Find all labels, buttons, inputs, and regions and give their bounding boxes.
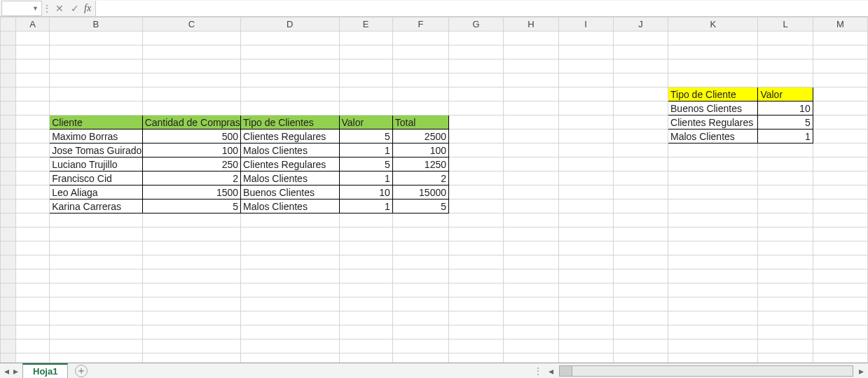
cell-G7[interactable] <box>449 115 504 130</box>
cell-C23[interactable] <box>142 340 240 354</box>
cell-M3[interactable] <box>813 59 867 74</box>
cell-A23[interactable] <box>16 340 50 354</box>
cell-D1[interactable] <box>241 31 339 46</box>
cell-E11[interactable]: 1 <box>339 172 392 186</box>
cell-K3[interactable] <box>668 59 758 74</box>
cell-L18[interactable] <box>758 270 813 284</box>
column-header-B[interactable]: B <box>50 18 142 31</box>
cell-F15[interactable] <box>392 227 448 241</box>
cell-L7[interactable]: 5 <box>758 115 813 130</box>
cell-H5[interactable] <box>504 88 558 102</box>
row-header-2[interactable] <box>1 46 16 59</box>
row-header-7[interactable] <box>1 115 16 130</box>
horizontal-scrollbar[interactable] <box>559 365 853 377</box>
column-header-L[interactable]: L <box>758 18 813 31</box>
column-header-H[interactable]: H <box>504 18 558 31</box>
cell-M4[interactable] <box>813 74 867 88</box>
cell-B16[interactable] <box>50 241 142 255</box>
cell-D16[interactable] <box>241 241 339 255</box>
cell-K19[interactable] <box>668 284 758 298</box>
cell-F10[interactable]: 1250 <box>392 158 448 172</box>
cell-M8[interactable] <box>813 130 867 144</box>
cell-M18[interactable] <box>813 270 867 284</box>
cell-E17[interactable] <box>339 255 392 270</box>
cell-A16[interactable] <box>16 241 50 255</box>
cell-K14[interactable] <box>668 214 758 227</box>
cell-M21[interactable] <box>813 312 867 326</box>
cell-A3[interactable] <box>16 59 50 74</box>
cell-F12[interactable]: 15000 <box>392 186 448 200</box>
cell-B23[interactable] <box>50 340 142 354</box>
cell-J3[interactable] <box>613 59 668 74</box>
cell-H10[interactable] <box>504 158 558 172</box>
cell-B7[interactable]: Cliente <box>50 115 142 130</box>
name-box[interactable]: ▼ <box>1 1 42 16</box>
cell-G3[interactable] <box>449 59 504 74</box>
cell-E23[interactable] <box>339 340 392 354</box>
cell-C6[interactable] <box>142 102 240 115</box>
cell-K18[interactable] <box>668 270 758 284</box>
cell-F6[interactable] <box>392 102 448 115</box>
cell-A2[interactable] <box>16 46 50 59</box>
cell-G23[interactable] <box>449 340 504 354</box>
cell-G11[interactable] <box>449 172 504 186</box>
row-header-3[interactable] <box>1 59 16 74</box>
cell-M14[interactable] <box>813 214 867 227</box>
cell-D19[interactable] <box>241 284 339 298</box>
cell-H9[interactable] <box>504 144 558 158</box>
cell-B6[interactable] <box>50 102 142 115</box>
scroll-thumb[interactable] <box>560 366 572 376</box>
row-header-23[interactable] <box>1 340 16 354</box>
cell-H6[interactable] <box>504 102 558 115</box>
cell-D20[interactable] <box>241 298 339 312</box>
cell-D4[interactable] <box>241 74 339 88</box>
cell-B2[interactable] <box>50 46 142 59</box>
row-header-18[interactable] <box>1 270 16 284</box>
cell-D23[interactable] <box>241 340 339 354</box>
cell-F2[interactable] <box>392 46 448 59</box>
cell-E8[interactable]: 5 <box>339 130 392 144</box>
cell-B21[interactable] <box>50 312 142 326</box>
cell-B19[interactable] <box>50 284 142 298</box>
cell-I13[interactable] <box>558 200 613 214</box>
cell-H11[interactable] <box>504 172 558 186</box>
cell-K22[interactable] <box>668 326 758 340</box>
cell-I20[interactable] <box>558 298 613 312</box>
cell-G8[interactable] <box>449 130 504 144</box>
cancel-icon[interactable]: ✕ <box>52 1 67 16</box>
formula-input[interactable] <box>95 1 868 16</box>
cell-B18[interactable] <box>50 270 142 284</box>
cell-F16[interactable] <box>392 241 448 255</box>
cell-E13[interactable]: 1 <box>339 200 392 214</box>
cell-B1[interactable] <box>50 31 142 46</box>
cell-K4[interactable] <box>668 74 758 88</box>
cell-M1[interactable] <box>813 31 867 46</box>
row-header-15[interactable] <box>1 227 16 241</box>
cell-J8[interactable] <box>613 130 668 144</box>
cell-E10[interactable]: 5 <box>339 158 392 172</box>
cell-G14[interactable] <box>449 214 504 227</box>
column-header-M[interactable]: M <box>813 18 867 31</box>
cell-H12[interactable] <box>504 186 558 200</box>
cell-F23[interactable] <box>392 340 448 354</box>
cell-M9[interactable] <box>813 144 867 158</box>
cell-C8[interactable]: 500 <box>142 130 240 144</box>
cell-K21[interactable] <box>668 312 758 326</box>
enter-icon[interactable]: ✓ <box>67 1 83 16</box>
cell-M11[interactable] <box>813 172 867 186</box>
cell-J1[interactable] <box>613 31 668 46</box>
cell-K9[interactable] <box>668 144 758 158</box>
cell-D7[interactable]: Tipo de Clientes <box>241 115 339 130</box>
cell-B24[interactable] <box>50 354 142 363</box>
cell-I8[interactable] <box>558 130 613 144</box>
cell-I16[interactable] <box>558 241 613 255</box>
cell-C7[interactable]: Cantidad de Compras <box>142 115 240 130</box>
cell-A20[interactable] <box>16 298 50 312</box>
cell-C16[interactable] <box>142 241 240 255</box>
cell-M22[interactable] <box>813 326 867 340</box>
cell-F14[interactable] <box>392 214 448 227</box>
row-header-16[interactable] <box>1 241 16 255</box>
cell-C12[interactable]: 1500 <box>142 186 240 200</box>
cell-B8[interactable]: Maximo Borras <box>50 130 142 144</box>
tab-prev-icon[interactable]: ◂ <box>4 365 9 377</box>
